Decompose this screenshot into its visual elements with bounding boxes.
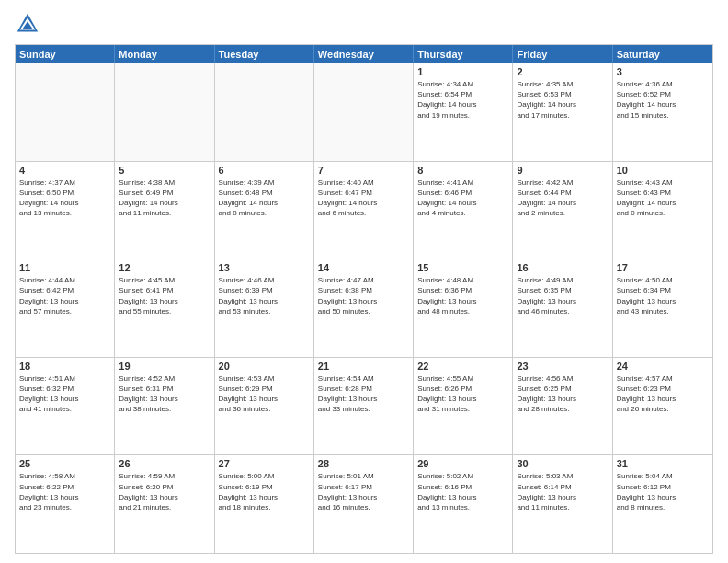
cal-header-saturday: Saturday [613,45,712,63]
cal-cell-21: 21Sunrise: 4:54 AM Sunset: 6:28 PM Dayli… [314,358,414,455]
day-number: 29 [417,458,508,469]
day-number: 25 [19,458,110,469]
cell-info: Sunrise: 4:56 AM Sunset: 6:25 PM Dayligh… [517,373,608,415]
cal-cell-14: 14Sunrise: 4:47 AM Sunset: 6:38 PM Dayli… [314,259,414,357]
cal-cell-7: 7Sunrise: 4:40 AM Sunset: 6:47 PM Daylig… [314,162,414,259]
cal-header-friday: Friday [513,45,612,63]
cal-cell-26: 26Sunrise: 4:59 AM Sunset: 6:20 PM Dayli… [115,455,214,553]
cal-week-1: 1Sunrise: 4:34 AM Sunset: 6:54 PM Daylig… [16,63,712,162]
day-number: 17 [617,262,709,273]
cell-info: Sunrise: 4:45 AM Sunset: 6:41 PM Dayligh… [119,275,210,316]
cal-cell-6: 6Sunrise: 4:39 AM Sunset: 6:48 PM Daylig… [215,162,314,259]
cal-week-5: 25Sunrise: 4:58 AM Sunset: 6:22 PM Dayli… [16,455,712,553]
cell-info: Sunrise: 4:39 AM Sunset: 6:48 PM Dayligh… [219,178,310,219]
cell-info: Sunrise: 4:53 AM Sunset: 6:29 PM Dayligh… [219,373,310,415]
cal-header-sunday: Sunday [16,45,115,63]
cell-info: Sunrise: 5:00 AM Sunset: 6:19 PM Dayligh… [219,471,310,512]
cell-info: Sunrise: 5:03 AM Sunset: 6:14 PM Dayligh… [517,471,608,512]
cal-cell-18: 18Sunrise: 4:51 AM Sunset: 6:32 PM Dayli… [16,358,115,455]
cal-cell-empty-1 [115,63,214,161]
calendar-body: 1Sunrise: 4:34 AM Sunset: 6:54 PM Daylig… [16,63,712,553]
cell-info: Sunrise: 5:01 AM Sunset: 6:17 PM Dayligh… [318,471,409,512]
cell-info: Sunrise: 4:49 AM Sunset: 6:35 PM Dayligh… [517,275,608,316]
cal-header-thursday: Thursday [414,45,513,63]
cal-cell-28: 28Sunrise: 5:01 AM Sunset: 6:17 PM Dayli… [314,455,414,553]
cal-cell-12: 12Sunrise: 4:45 AM Sunset: 6:41 PM Dayli… [115,259,214,357]
day-number: 2 [517,66,608,77]
cell-info: Sunrise: 4:42 AM Sunset: 6:44 PM Dayligh… [517,178,608,219]
day-number: 26 [119,458,210,469]
day-number: 22 [417,361,508,372]
cell-info: Sunrise: 4:57 AM Sunset: 6:23 PM Dayligh… [617,373,709,415]
cal-cell-19: 19Sunrise: 4:52 AM Sunset: 6:31 PM Dayli… [115,358,214,455]
cal-cell-29: 29Sunrise: 5:02 AM Sunset: 6:16 PM Dayli… [414,455,513,553]
cal-cell-9: 9Sunrise: 4:42 AM Sunset: 6:44 PM Daylig… [513,162,612,259]
cal-cell-5: 5Sunrise: 4:38 AM Sunset: 6:49 PM Daylig… [115,162,214,259]
day-number: 31 [617,458,709,469]
day-number: 18 [19,361,110,372]
cal-cell-16: 16Sunrise: 4:49 AM Sunset: 6:35 PM Dayli… [513,259,612,357]
cal-cell-10: 10Sunrise: 4:43 AM Sunset: 6:43 PM Dayli… [613,162,712,259]
cal-cell-4: 4Sunrise: 4:37 AM Sunset: 6:50 PM Daylig… [16,162,115,259]
day-number: 15 [417,262,508,273]
cal-header-monday: Monday [115,45,214,63]
calendar: SundayMondayTuesdayWednesdayThursdayFrid… [15,44,713,554]
logo-icon [15,11,40,37]
cal-cell-2: 2Sunrise: 4:35 AM Sunset: 6:53 PM Daylig… [513,63,612,161]
cal-week-2: 4Sunrise: 4:37 AM Sunset: 6:50 PM Daylig… [16,162,712,260]
cal-week-4: 18Sunrise: 4:51 AM Sunset: 6:32 PM Dayli… [16,358,712,456]
cal-cell-8: 8Sunrise: 4:41 AM Sunset: 6:46 PM Daylig… [414,162,513,259]
cal-header-tuesday: Tuesday [215,45,314,63]
cell-info: Sunrise: 4:54 AM Sunset: 6:28 PM Dayligh… [318,373,409,415]
day-number: 7 [318,165,409,176]
cal-cell-25: 25Sunrise: 4:58 AM Sunset: 6:22 PM Dayli… [16,455,115,553]
logo [15,11,44,37]
cal-cell-empty-2 [215,63,314,161]
cell-info: Sunrise: 4:38 AM Sunset: 6:49 PM Dayligh… [119,178,210,219]
day-number: 11 [19,262,110,273]
cell-info: Sunrise: 4:51 AM Sunset: 6:32 PM Dayligh… [19,373,110,415]
cal-cell-24: 24Sunrise: 4:57 AM Sunset: 6:23 PM Dayli… [613,358,712,455]
cell-info: Sunrise: 4:55 AM Sunset: 6:26 PM Dayligh… [417,373,508,415]
cal-cell-22: 22Sunrise: 4:55 AM Sunset: 6:26 PM Dayli… [414,358,513,455]
cal-cell-31: 31Sunrise: 5:04 AM Sunset: 6:12 PM Dayli… [613,455,712,553]
day-number: 8 [417,165,508,176]
cell-info: Sunrise: 4:34 AM Sunset: 6:54 PM Dayligh… [417,79,508,121]
cell-info: Sunrise: 4:59 AM Sunset: 6:20 PM Dayligh… [119,471,210,512]
cell-info: Sunrise: 5:04 AM Sunset: 6:12 PM Dayligh… [617,471,709,512]
day-number: 14 [318,262,409,273]
day-number: 28 [318,458,409,469]
cell-info: Sunrise: 4:48 AM Sunset: 6:36 PM Dayligh… [417,275,508,316]
cell-info: Sunrise: 4:36 AM Sunset: 6:52 PM Dayligh… [617,79,709,121]
day-number: 4 [19,165,110,176]
cal-cell-23: 23Sunrise: 4:56 AM Sunset: 6:25 PM Dayli… [513,358,612,455]
day-number: 5 [119,165,210,176]
cal-cell-3: 3Sunrise: 4:36 AM Sunset: 6:52 PM Daylig… [613,63,712,161]
cell-info: Sunrise: 4:35 AM Sunset: 6:53 PM Dayligh… [517,79,608,121]
day-number: 30 [517,458,608,469]
day-number: 12 [119,262,210,273]
cal-cell-empty-0 [16,63,115,161]
cell-info: Sunrise: 4:46 AM Sunset: 6:39 PM Dayligh… [219,275,310,316]
cal-cell-15: 15Sunrise: 4:48 AM Sunset: 6:36 PM Dayli… [414,259,513,357]
cal-cell-empty-3 [314,63,414,161]
cal-cell-27: 27Sunrise: 5:00 AM Sunset: 6:19 PM Dayli… [215,455,314,553]
cell-info: Sunrise: 4:47 AM Sunset: 6:38 PM Dayligh… [318,275,409,316]
day-number: 1 [417,66,508,77]
day-number: 13 [219,262,310,273]
cell-info: Sunrise: 4:58 AM Sunset: 6:22 PM Dayligh… [19,471,110,512]
cal-cell-30: 30Sunrise: 5:03 AM Sunset: 6:14 PM Dayli… [513,455,612,553]
day-number: 3 [617,66,709,77]
header [15,11,713,37]
cell-info: Sunrise: 4:44 AM Sunset: 6:42 PM Dayligh… [19,275,110,316]
cell-info: Sunrise: 4:50 AM Sunset: 6:34 PM Dayligh… [617,275,709,316]
cell-info: Sunrise: 4:41 AM Sunset: 6:46 PM Dayligh… [417,178,508,219]
day-number: 10 [617,165,709,176]
cell-info: Sunrise: 4:43 AM Sunset: 6:43 PM Dayligh… [617,178,709,219]
day-number: 9 [517,165,608,176]
cal-cell-11: 11Sunrise: 4:44 AM Sunset: 6:42 PM Dayli… [16,259,115,357]
day-number: 24 [617,361,709,372]
day-number: 6 [219,165,310,176]
cell-info: Sunrise: 5:02 AM Sunset: 6:16 PM Dayligh… [417,471,508,512]
cal-cell-1: 1Sunrise: 4:34 AM Sunset: 6:54 PM Daylig… [414,63,513,161]
